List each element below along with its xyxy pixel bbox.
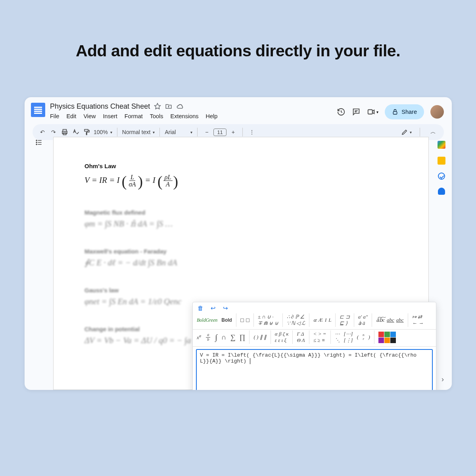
- paint-format-icon[interactable]: [83, 129, 91, 136]
- equation-rendered: φm = ∫S NB · n̂ dA = ∫S …: [84, 219, 397, 229]
- history-icon[interactable]: [337, 107, 345, 116]
- spellcheck-icon[interactable]: [71, 129, 80, 136]
- dots-group[interactable]: ⋯⋱: [335, 331, 340, 344]
- delete-icon[interactable]: 🗑: [198, 305, 203, 312]
- greek-upper-group[interactable]: Γ ΔΘ Λ: [297, 331, 305, 344]
- svg-point-7: [36, 140, 37, 141]
- menu-bar: File Edit View Insert Format Tools Exten…: [50, 113, 337, 119]
- section-magnetic-flux: Magnetic flux defined φm = ∫S NB · n̂ dA…: [84, 209, 397, 229]
- accent-group[interactable]: a′ a″ȧ ä: [358, 314, 368, 326]
- menu-file[interactable]: File: [50, 113, 59, 119]
- comments-icon[interactable]: [352, 107, 361, 116]
- redo-icon[interactable]: ↷: [49, 129, 58, 135]
- menu-tools[interactable]: Tools: [150, 113, 163, 119]
- redo-icon[interactable]: ↪: [223, 305, 228, 312]
- calendar-icon[interactable]: [438, 141, 445, 149]
- superscript-btn[interactable]: xa: [197, 333, 201, 341]
- section-ohms-law: Ohm's Law V = IR = I (LσA) = I (ρLA): [84, 163, 397, 190]
- equation-rendered[interactable]: V = IR = I (LσA) = I (ρLA): [84, 173, 397, 190]
- compare-group[interactable]: < > =≤ ≥ ≡: [313, 331, 326, 344]
- print-icon[interactable]: [60, 129, 69, 136]
- matrix-group[interactable]: [240, 319, 250, 322]
- section-title: Maxwell's equation - Faraday: [84, 248, 397, 255]
- increase-font-icon[interactable]: +: [229, 129, 238, 135]
- fraction-btn[interactable]: ab: [205, 333, 211, 342]
- font-size-input[interactable]: 11: [213, 129, 226, 136]
- editing-mode-icon[interactable]: ▾: [401, 129, 412, 136]
- move-icon[interactable]: [165, 103, 172, 110]
- menu-help[interactable]: Help: [206, 113, 218, 119]
- operators-group[interactable]: ± ∩ ∪ ·∓ ⋒ ⊎ ⊍: [258, 314, 278, 326]
- equation-rendered: ∮C E · dℓ = − d/dt ∫S Bn dA: [84, 258, 397, 268]
- menu-insert[interactable]: Insert: [103, 113, 117, 119]
- star-icon[interactable]: [154, 103, 161, 110]
- greek-lower-group[interactable]: α β ζ κε ε ι ξ: [275, 331, 289, 344]
- outline-toggle-icon[interactable]: [31, 137, 47, 390]
- svg-marker-0: [155, 104, 161, 109]
- docs-app-icon[interactable]: [31, 103, 45, 117]
- sum-btn[interactable]: ∑: [230, 333, 236, 342]
- svg-point-8: [36, 142, 37, 143]
- section-title: Gauss's law: [84, 287, 397, 294]
- color-palette[interactable]: [378, 332, 396, 343]
- font-group[interactable]: æ ÆI L: [313, 317, 331, 323]
- section-maxwell: Maxwell's equation - Faraday ∮C E · dℓ =…: [84, 248, 397, 268]
- decrease-font-icon[interactable]: −: [202, 129, 211, 135]
- svg-rect-6: [84, 129, 88, 131]
- document-title[interactable]: Physics Equations Cheat Sheet: [50, 102, 150, 111]
- undo-icon[interactable]: ↩: [211, 305, 216, 312]
- equation-symbol-toolbar-2: xa ab ∫ ∩ ∑ ∏ ( ) ‖ ‖ α β ζ κε ε ι ξ Γ Δ…: [193, 330, 436, 347]
- svg-rect-1: [368, 110, 372, 114]
- equation-symbol-toolbar: BoldGreen Bold ± ∩ ∪ ·∓ ⋒ ⊎ ⊍ ∴ ∂ ℙ ∠∵ ℕ…: [193, 313, 436, 330]
- svg-rect-2: [393, 111, 397, 114]
- menu-format[interactable]: Format: [125, 113, 143, 119]
- menu-edit[interactable]: Edit: [66, 113, 76, 119]
- promo-headline: Add and edit equations directly in your …: [0, 42, 476, 60]
- latex-input[interactable]: V = IR = I\left( {\frac{L}{{\sigma A}}} …: [196, 349, 433, 390]
- google-docs-window: Physics Equations Cheat Sheet File Edit …: [25, 97, 452, 390]
- share-label: Share: [401, 109, 417, 115]
- arrow-group[interactable]: ↦ ⇄← →: [412, 314, 424, 326]
- menu-view[interactable]: View: [83, 113, 96, 119]
- svg-point-9: [36, 144, 37, 145]
- collapse-toolbar-icon[interactable]: ︿: [428, 127, 438, 137]
- binom-btn[interactable]: (nr): [357, 333, 370, 341]
- lock-icon: [392, 109, 398, 115]
- zoom-selector[interactable]: 100% ▾: [94, 129, 112, 135]
- titlebar: Physics Equations Cheat Sheet File Edit …: [25, 97, 452, 119]
- latex-code-text: V = IR = I\left( {\frac{L}{{\sigma A}}} …: [200, 352, 416, 364]
- relation-group[interactable]: ∴ ∂ ℙ ∠∵ ℕ ◁ ℒ: [287, 314, 305, 326]
- product-btn[interactable]: ∏: [240, 333, 246, 342]
- intersection-btn[interactable]: ∩: [221, 333, 226, 342]
- more-toolbar-icon[interactable]: ⋮: [248, 129, 256, 135]
- decoration-group[interactable]: ã͠b͠cabc abc: [376, 317, 403, 323]
- paragraph-style-selector[interactable]: Normal text ▾: [122, 129, 155, 135]
- style-bold[interactable]: Bold: [221, 317, 232, 323]
- share-button[interactable]: Share: [385, 104, 424, 119]
- cloud-status-icon[interactable]: [176, 102, 184, 110]
- contacts-icon[interactable]: [438, 188, 445, 195]
- bracket-group[interactable]: ( ) ‖ ‖: [253, 334, 266, 340]
- section-title: Magnetic flux defined: [84, 209, 397, 216]
- tasks-icon[interactable]: [438, 173, 445, 180]
- equation-editor-dialog: 🗑 ↩ ↪ BoldGreen Bold ± ∩ ∪ ·∓ ⋒ ⊎ ⊍ ∴ ∂ …: [192, 302, 436, 390]
- show-side-panel-icon[interactable]: ›: [441, 375, 444, 384]
- bracket-small-group[interactable]: ⊏ ⊐⊑ ⟩: [340, 314, 349, 326]
- user-avatar[interactable]: [430, 105, 444, 119]
- integral-btn[interactable]: ∫: [215, 333, 217, 342]
- section-title: Ohm's Law: [84, 163, 397, 169]
- menu-extensions[interactable]: Extensions: [171, 113, 199, 119]
- style-bold-green[interactable]: BoldGreen: [197, 317, 217, 323]
- undo-icon[interactable]: ↶: [38, 129, 47, 135]
- meet-icon[interactable]: ▾: [367, 107, 378, 116]
- font-selector[interactable]: Arial ▾: [165, 129, 192, 135]
- matrix-btn[interactable]: [⋯][⋮]: [344, 331, 353, 344]
- keep-icon[interactable]: [438, 157, 445, 165]
